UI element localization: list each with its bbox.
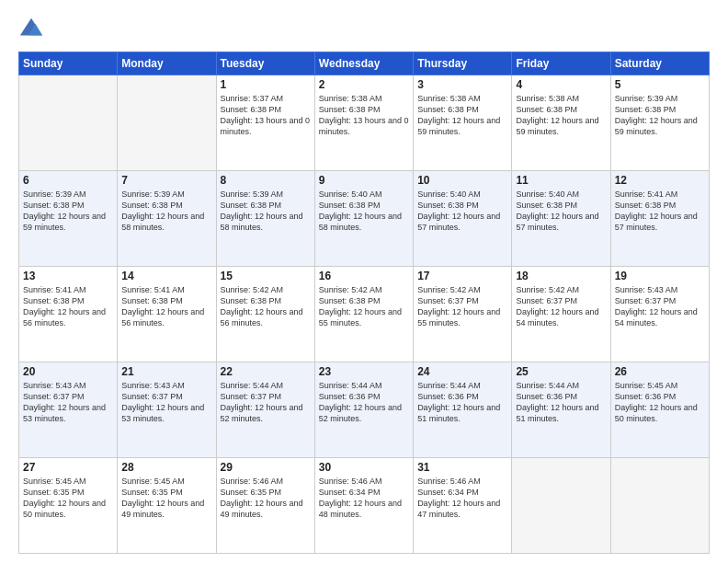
- day-number: 31: [417, 461, 507, 474]
- cell-details: Sunrise: 5:44 AM Sunset: 6:36 PM Dayligh…: [417, 380, 507, 425]
- calendar-day-header: Saturday: [610, 52, 709, 75]
- calendar-cell: 17Sunrise: 5:42 AM Sunset: 6:37 PM Dayli…: [414, 267, 512, 362]
- day-number: 16: [319, 270, 409, 282]
- calendar-header-row: SundayMondayTuesdayWednesdayThursdayFrid…: [19, 52, 710, 75]
- cell-details: Sunrise: 5:42 AM Sunset: 6:38 PM Dayligh…: [319, 284, 409, 329]
- day-number: 18: [516, 270, 606, 282]
- cell-details: Sunrise: 5:38 AM Sunset: 6:38 PM Dayligh…: [516, 93, 606, 138]
- day-number: 24: [417, 365, 507, 378]
- calendar-cell: 26Sunrise: 5:45 AM Sunset: 6:36 PM Dayli…: [610, 362, 709, 458]
- day-number: 14: [121, 270, 211, 282]
- cell-details: Sunrise: 5:42 AM Sunset: 6:37 PM Dayligh…: [516, 284, 606, 329]
- calendar-cell: 13Sunrise: 5:41 AM Sunset: 6:38 PM Dayli…: [19, 267, 118, 362]
- cell-details: Sunrise: 5:41 AM Sunset: 6:38 PM Dayligh…: [121, 284, 211, 329]
- day-number: 11: [516, 174, 606, 187]
- day-number: 3: [417, 78, 507, 91]
- logo: [18, 17, 48, 42]
- cell-details: Sunrise: 5:38 AM Sunset: 6:38 PM Dayligh…: [417, 93, 507, 138]
- day-number: 21: [121, 365, 211, 378]
- calendar-cell: [19, 75, 118, 171]
- page: SundayMondayTuesdayWednesdayThursdayFrid…: [0, 0, 728, 563]
- calendar-table: SundayMondayTuesdayWednesdayThursdayFrid…: [18, 52, 710, 554]
- cell-details: Sunrise: 5:39 AM Sunset: 6:38 PM Dayligh…: [121, 189, 211, 234]
- cell-details: Sunrise: 5:39 AM Sunset: 6:38 PM Dayligh…: [23, 189, 113, 234]
- day-number: 22: [221, 365, 311, 378]
- cell-details: Sunrise: 5:46 AM Sunset: 6:34 PM Dayligh…: [417, 476, 507, 521]
- cell-details: Sunrise: 5:41 AM Sunset: 6:38 PM Dayligh…: [23, 284, 113, 329]
- cell-details: Sunrise: 5:40 AM Sunset: 6:38 PM Dayligh…: [516, 189, 606, 234]
- logo-icon: [18, 17, 44, 42]
- day-number: 23: [319, 365, 409, 378]
- calendar-cell: 25Sunrise: 5:44 AM Sunset: 6:36 PM Dayli…: [512, 362, 610, 458]
- calendar-week-row: 13Sunrise: 5:41 AM Sunset: 6:38 PM Dayli…: [19, 267, 710, 362]
- cell-details: Sunrise: 5:39 AM Sunset: 6:38 PM Dayligh…: [221, 189, 311, 234]
- day-number: 13: [23, 270, 113, 282]
- calendar-cell: 27Sunrise: 5:45 AM Sunset: 6:35 PM Dayli…: [19, 458, 118, 554]
- calendar-day-header: Tuesday: [216, 52, 314, 75]
- day-number: 6: [23, 174, 113, 187]
- calendar-cell: 23Sunrise: 5:44 AM Sunset: 6:36 PM Dayli…: [314, 362, 413, 458]
- calendar-cell: 21Sunrise: 5:43 AM Sunset: 6:37 PM Dayli…: [118, 362, 216, 458]
- day-number: 27: [23, 461, 113, 474]
- cell-details: Sunrise: 5:45 AM Sunset: 6:35 PM Dayligh…: [121, 476, 211, 521]
- cell-details: Sunrise: 5:40 AM Sunset: 6:38 PM Dayligh…: [417, 189, 507, 234]
- cell-details: Sunrise: 5:44 AM Sunset: 6:36 PM Dayligh…: [516, 380, 606, 425]
- calendar-day-header: Wednesday: [314, 52, 413, 75]
- cell-details: Sunrise: 5:43 AM Sunset: 6:37 PM Dayligh…: [23, 380, 113, 425]
- calendar-cell: 29Sunrise: 5:46 AM Sunset: 6:35 PM Dayli…: [216, 458, 314, 554]
- cell-details: Sunrise: 5:43 AM Sunset: 6:37 PM Dayligh…: [121, 380, 211, 425]
- cell-details: Sunrise: 5:42 AM Sunset: 6:38 PM Dayligh…: [221, 284, 311, 329]
- day-number: 12: [615, 174, 705, 187]
- calendar-cell: 31Sunrise: 5:46 AM Sunset: 6:34 PM Dayli…: [414, 458, 512, 554]
- day-number: 9: [319, 174, 409, 187]
- cell-details: Sunrise: 5:39 AM Sunset: 6:38 PM Dayligh…: [615, 93, 705, 138]
- calendar-week-row: 27Sunrise: 5:45 AM Sunset: 6:35 PM Dayli…: [19, 458, 710, 554]
- cell-details: Sunrise: 5:38 AM Sunset: 6:38 PM Dayligh…: [319, 93, 409, 138]
- calendar-cell: 16Sunrise: 5:42 AM Sunset: 6:38 PM Dayli…: [314, 267, 413, 362]
- day-number: 5: [615, 78, 705, 91]
- calendar-cell: 24Sunrise: 5:44 AM Sunset: 6:36 PM Dayli…: [414, 362, 512, 458]
- calendar-day-header: Monday: [118, 52, 216, 75]
- calendar-cell: 2Sunrise: 5:38 AM Sunset: 6:38 PM Daylig…: [314, 75, 413, 171]
- cell-details: Sunrise: 5:44 AM Sunset: 6:36 PM Dayligh…: [319, 380, 409, 425]
- cell-details: Sunrise: 5:40 AM Sunset: 6:38 PM Dayligh…: [319, 189, 409, 234]
- day-number: 8: [221, 174, 311, 187]
- day-number: 26: [615, 365, 705, 378]
- calendar-cell: 4Sunrise: 5:38 AM Sunset: 6:38 PM Daylig…: [512, 75, 610, 171]
- calendar-cell: [512, 458, 610, 554]
- cell-details: Sunrise: 5:45 AM Sunset: 6:36 PM Dayligh…: [615, 380, 705, 425]
- cell-details: Sunrise: 5:45 AM Sunset: 6:35 PM Dayligh…: [23, 476, 113, 521]
- calendar-week-row: 20Sunrise: 5:43 AM Sunset: 6:37 PM Dayli…: [19, 362, 710, 458]
- day-number: 28: [121, 461, 211, 474]
- calendar-cell: 9Sunrise: 5:40 AM Sunset: 6:38 PM Daylig…: [314, 171, 413, 267]
- day-number: 19: [615, 270, 705, 282]
- day-number: 1: [221, 78, 311, 91]
- calendar-day-header: Thursday: [414, 52, 512, 75]
- calendar-cell: 5Sunrise: 5:39 AM Sunset: 6:38 PM Daylig…: [610, 75, 709, 171]
- calendar-cell: 19Sunrise: 5:43 AM Sunset: 6:37 PM Dayli…: [610, 267, 709, 362]
- calendar-cell: [118, 75, 216, 171]
- day-number: 30: [319, 461, 409, 474]
- calendar-cell: 20Sunrise: 5:43 AM Sunset: 6:37 PM Dayli…: [19, 362, 118, 458]
- calendar-week-row: 6Sunrise: 5:39 AM Sunset: 6:38 PM Daylig…: [19, 171, 710, 267]
- calendar-cell: 15Sunrise: 5:42 AM Sunset: 6:38 PM Dayli…: [216, 267, 314, 362]
- calendar-cell: 7Sunrise: 5:39 AM Sunset: 6:38 PM Daylig…: [118, 171, 216, 267]
- calendar-cell: 30Sunrise: 5:46 AM Sunset: 6:34 PM Dayli…: [314, 458, 413, 554]
- day-number: 17: [417, 270, 507, 282]
- calendar-cell: 18Sunrise: 5:42 AM Sunset: 6:37 PM Dayli…: [512, 267, 610, 362]
- calendar-cell: 14Sunrise: 5:41 AM Sunset: 6:38 PM Dayli…: [118, 267, 216, 362]
- calendar-cell: 10Sunrise: 5:40 AM Sunset: 6:38 PM Dayli…: [414, 171, 512, 267]
- day-number: 10: [417, 174, 507, 187]
- calendar-cell: 11Sunrise: 5:40 AM Sunset: 6:38 PM Dayli…: [512, 171, 610, 267]
- calendar-cell: 28Sunrise: 5:45 AM Sunset: 6:35 PM Dayli…: [118, 458, 216, 554]
- calendar-cell: 22Sunrise: 5:44 AM Sunset: 6:37 PM Dayli…: [216, 362, 314, 458]
- calendar-cell: 6Sunrise: 5:39 AM Sunset: 6:38 PM Daylig…: [19, 171, 118, 267]
- day-number: 15: [221, 270, 311, 282]
- day-number: 25: [516, 365, 606, 378]
- calendar-day-header: Friday: [512, 52, 610, 75]
- header: [18, 17, 710, 42]
- day-number: 2: [319, 78, 409, 91]
- cell-details: Sunrise: 5:37 AM Sunset: 6:38 PM Dayligh…: [221, 93, 311, 138]
- calendar-cell: 8Sunrise: 5:39 AM Sunset: 6:38 PM Daylig…: [216, 171, 314, 267]
- day-number: 29: [221, 461, 311, 474]
